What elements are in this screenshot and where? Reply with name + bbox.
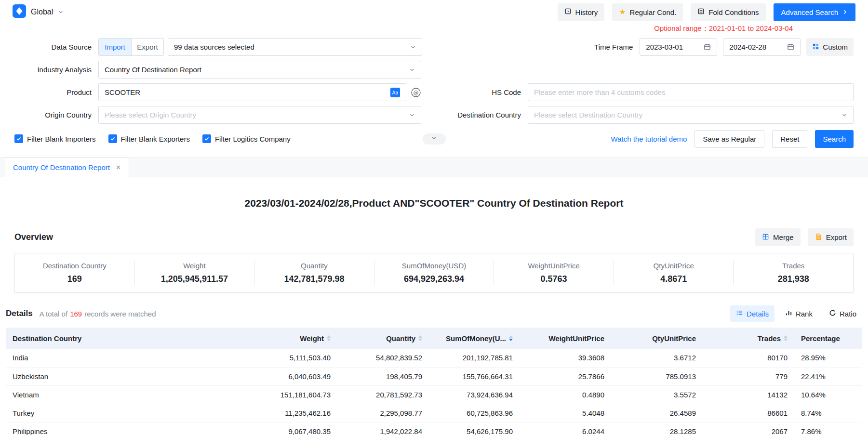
regular-cond-button[interactable]: ★ Regular Cond.	[612, 3, 683, 21]
cell-sum-of-money: 54,626,175.90	[429, 422, 520, 435]
form-row-1: Data Source Import Export 99 data source…	[0, 36, 868, 58]
hs-code-input-wrap	[528, 83, 854, 101]
cell-percentage: 8.74%	[794, 404, 862, 422]
industry-analysis-select[interactable]: Country Of Destination Report	[98, 61, 421, 79]
form-row-2: Industry Analysis Country Of Destination…	[0, 58, 868, 81]
translate-icon[interactable]: Aa	[390, 88, 400, 97]
cell-trades: 2067	[703, 422, 794, 435]
custom-grid-icon	[812, 43, 819, 52]
advanced-search-button[interactable]: Advanced Search	[774, 3, 855, 21]
details-list-icon	[736, 309, 743, 318]
export-button[interactable]: Export	[808, 228, 854, 246]
tutorial-link[interactable]: Watch the tutorial demo	[611, 135, 687, 143]
svg-text:Aa: Aa	[392, 90, 399, 95]
view-details-button[interactable]: Details	[730, 305, 775, 322]
merge-button[interactable]: Merge	[755, 228, 801, 246]
filter-logistics-company-checkbox[interactable]: Filter Logitics Company	[202, 134, 291, 143]
fold-conditions-icon	[697, 8, 705, 16]
cell-qty-unit-price: 785.0913	[611, 367, 703, 385]
svg-text:@: @	[414, 90, 419, 96]
cell-weight: 5,111,503.40	[247, 349, 337, 367]
table-row: India 5,111,503.40 54,802,839.52 201,192…	[6, 349, 862, 367]
column-header-quantity[interactable]: Quantity	[337, 328, 429, 349]
checkbox-checked-icon	[108, 134, 117, 143]
column-header-trades[interactable]: Trades	[703, 328, 794, 349]
chevron-down-icon	[409, 112, 415, 118]
cell-country: Turkey	[6, 404, 247, 422]
stat-destination-country: Destination Country 169	[15, 261, 135, 285]
workspace-selector[interactable]: Global	[13, 4, 64, 20]
history-button[interactable]: History	[558, 3, 605, 21]
origin-country-select[interactable]: Please select Origin Country	[98, 106, 421, 124]
sort-icon[interactable]	[418, 335, 422, 341]
column-header-percentage: Percentage	[794, 328, 862, 349]
industry-analysis-label: Industry Analysis	[14, 66, 92, 74]
cell-trades: 80170	[703, 349, 794, 367]
star-icon: ★	[619, 8, 626, 16]
cell-weight-unit-price: 39.3608	[520, 349, 611, 367]
close-icon[interactable]: ✕	[116, 164, 121, 171]
custom-range-button[interactable]: Custom	[806, 38, 854, 56]
cell-country: Uzbekistan	[6, 367, 247, 385]
ratio-circle-icon	[829, 309, 836, 318]
cell-percentage: 7.86%	[794, 422, 862, 435]
details-heading: Details	[6, 309, 33, 318]
cell-trades: 86601	[703, 404, 794, 422]
history-icon	[564, 8, 572, 16]
toggle-export[interactable]: Export	[131, 39, 163, 55]
table-header-row: Destination Country Weight Quantity SumO…	[6, 328, 862, 349]
details-table: Destination Country Weight Quantity SumO…	[6, 328, 862, 435]
sort-icon-desc-active[interactable]	[509, 335, 513, 341]
cell-weight: 6,040,603.49	[247, 367, 337, 385]
sort-icon[interactable]	[327, 335, 331, 341]
filter-blank-exporters-checkbox[interactable]: Filter Blank Exporters	[108, 134, 190, 143]
rank-bars-icon	[785, 309, 792, 318]
overview-stats-bar: Destination Country 169 Weight 1,205,945…	[14, 253, 854, 293]
data-source-select[interactable]: 99 data sources selected	[168, 38, 422, 56]
cell-trades: 779	[703, 367, 794, 385]
fold-conditions-button[interactable]: Fold Conditions	[691, 3, 765, 21]
view-rank-button[interactable]: Rank	[779, 305, 818, 322]
table-row: Uzbekistan 6,040,603.49 198,405.79 155,7…	[6, 367, 862, 385]
save-as-regular-button[interactable]: Save as Regular	[694, 130, 764, 148]
cell-weight-unit-price: 0.4890	[520, 385, 611, 404]
stat-quantity: Quantity 142,781,579.98	[254, 261, 374, 285]
chevron-down-icon	[431, 134, 437, 143]
column-header-weight-unit-price: WeightUnitPrice	[520, 328, 611, 349]
import-export-toggle: Import Export	[98, 38, 164, 56]
record-count: 169	[67, 310, 84, 318]
data-source-label: Data Source	[14, 43, 92, 51]
column-header-weight[interactable]: Weight	[247, 328, 337, 349]
end-date-input[interactable]: 2024-02-28	[723, 38, 801, 56]
tab-country-of-destination-report[interactable]: Country Of Destination Report ✕	[5, 158, 129, 177]
cell-weight-unit-price: 25.7866	[520, 367, 611, 385]
report-tab-bar: Country Of Destination Report ✕	[0, 157, 868, 177]
hs-code-input[interactable]	[534, 88, 847, 96]
collapse-form-button[interactable]	[423, 133, 446, 145]
at-circle-icon[interactable]: @	[411, 87, 421, 98]
filter-blank-importers-checkbox[interactable]: Filter Blank Importers	[14, 134, 96, 143]
cell-country: Philippines	[6, 422, 247, 435]
cell-weight: 11,235,462.16	[247, 404, 337, 422]
topbar: Global History ★ Regular Cond. Fold Cond…	[0, 0, 868, 24]
column-header-sum-of-money[interactable]: SumOfMoney(U...	[429, 328, 520, 349]
destination-country-select[interactable]: Please select Destination Country	[528, 106, 854, 124]
merge-icon	[762, 233, 769, 242]
sort-icon[interactable]	[784, 335, 788, 341]
product-input[interactable]	[105, 88, 387, 96]
toggle-import[interactable]: Import	[99, 39, 131, 55]
overview-section-header: Overview Merge Export	[0, 228, 868, 246]
cell-sum-of-money: 73,924,636.94	[429, 385, 520, 404]
calendar-icon	[787, 43, 794, 51]
cell-qty-unit-price: 3.5572	[611, 385, 703, 404]
view-ratio-button[interactable]: Ratio	[823, 305, 862, 322]
cell-weight-unit-price: 6.0244	[520, 422, 611, 435]
cell-percentage: 22.41%	[794, 367, 862, 385]
reset-button[interactable]: Reset	[772, 130, 807, 148]
product-label: Product	[14, 88, 92, 96]
stat-qty-unit-price: QtyUnitPrice 4.8671	[614, 261, 734, 285]
chevron-down-icon	[841, 112, 847, 118]
search-button[interactable]: Search	[815, 130, 854, 148]
start-date-input[interactable]: 2023-03-01	[640, 38, 717, 56]
column-header-qty-unit-price: QtyUnitPrice	[611, 328, 703, 349]
